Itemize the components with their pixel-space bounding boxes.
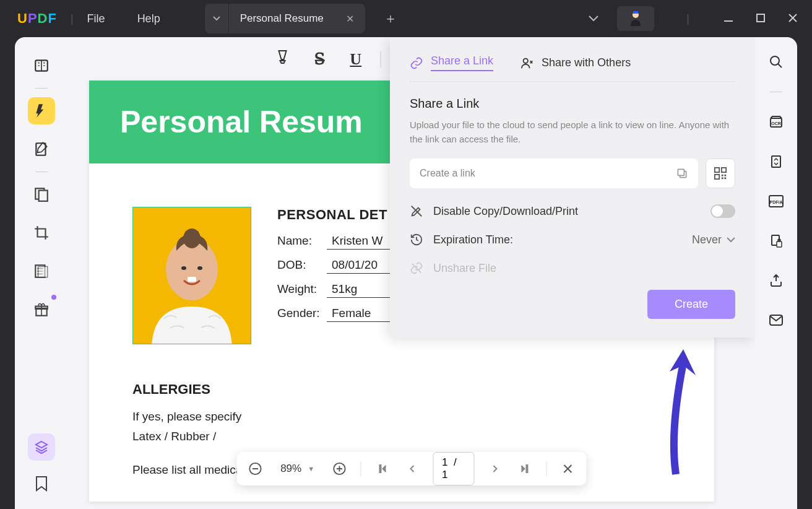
svg-rect-16 [188,277,196,282]
menu-file[interactable]: File [87,12,105,25]
divider [546,461,546,476]
share-description: Upload your file to the cloud to send pe… [410,118,735,146]
new-tab-button[interactable]: ＋ [384,9,397,28]
dob-value: 08/01/20 [327,258,395,274]
gift-tool[interactable] [28,296,55,323]
close-bar-button[interactable] [560,460,576,477]
profile-photo [132,207,251,344]
gender-label: Gender: [277,307,327,320]
gender-value: Female [327,307,395,322]
allergies-title: ALLERGIES [132,381,671,398]
tab-area: Personal Resume ✕ ＋ [205,4,397,33]
allergies-list: Latex / Rubber / [132,430,671,443]
qr-button[interactable] [706,159,735,188]
strikethrough-icon[interactable]: S̶ [314,50,326,69]
zoom-in-button[interactable] [332,460,347,477]
separator [35,88,48,89]
main-area: S̶ U T Personal Resum [15,37,797,509]
edit-tool[interactable] [28,136,55,163]
tab-title: Personal Resume [240,12,324,25]
link-input[interactable]: Create a link [410,159,698,188]
redact-tool[interactable] [28,258,55,285]
share-panel: Share a Link Share with Others Share a L… [390,37,755,337]
no-edit-icon [410,204,423,218]
tab-active[interactable]: Personal Resume ✕ [229,4,365,33]
disable-copy-toggle[interactable] [710,204,735,218]
svg-text:PDF/A: PDF/A [770,200,783,204]
pdfa-button[interactable]: PDF/A [766,191,786,211]
create-button[interactable]: Create [647,290,735,319]
expiration-label: Expiration Time: [433,233,513,246]
svg-point-14 [181,266,186,270]
crop-tool[interactable] [28,219,55,246]
prev-page-button[interactable] [404,460,419,477]
total-pages: 1 [442,469,447,481]
underline-icon[interactable]: U [350,50,361,69]
history-icon [410,233,423,246]
unshare-label: Unshare File [433,262,496,275]
unshare-row: Unshare File [410,261,735,275]
svg-rect-23 [722,175,723,176]
app-logo: UPDF [17,11,57,27]
email-button[interactable] [766,310,786,330]
disable-copy-row: Disable Copy/Download/Print [410,204,735,218]
weight-value: 51kg [327,282,395,298]
tab-list-dropdown[interactable] [205,4,228,33]
expiration-row: Expiration Time: Never [410,233,735,246]
disable-copy-label: Disable Copy/Download/Print [433,205,578,218]
svg-rect-25 [722,177,723,179]
svg-rect-22 [715,175,719,179]
close-window-button[interactable] [786,14,800,24]
current-page: 1 [442,456,447,468]
bottom-bar: 89% ▼ 1 / 1 [236,452,586,485]
protect-button[interactable] [766,231,786,251]
svg-point-13 [183,228,201,248]
comment-tool[interactable] [28,97,55,124]
account-button[interactable] [617,6,654,31]
tab-share-link[interactable]: Share a Link [410,54,493,71]
first-page-button[interactable] [375,460,391,477]
svg-rect-2 [724,20,733,22]
people-icon [520,56,534,70]
zoom-select[interactable]: 89% ▼ [280,463,314,475]
maximize-button[interactable] [754,14,767,24]
expiration-select[interactable]: Never [692,233,735,246]
last-page-button[interactable] [517,460,532,477]
svg-rect-26 [724,177,726,179]
tab-share-others[interactable]: Share with Others [520,54,631,71]
next-page-button[interactable] [488,460,504,477]
tab-close-icon[interactable]: ✕ [346,13,354,25]
highlight-icon[interactable] [276,50,290,69]
name-label: Name: [277,234,327,248]
svg-rect-9 [38,266,48,277]
separator [770,92,782,92]
export-button[interactable] [766,271,786,290]
bookmark-button[interactable] [35,476,48,494]
divider [361,461,361,476]
organize-tool[interactable] [28,181,55,208]
share-title: Share a Link [410,97,735,111]
titlebar: UPDF | File Help Personal Resume ✕ ＋ | [0,0,812,37]
page-indicator[interactable]: 1 / 1 [433,452,475,485]
minimize-button[interactable] [722,14,735,24]
copy-icon[interactable] [676,167,688,180]
search-button[interactable] [766,52,786,72]
dob-label: DOB: [277,258,327,272]
svg-text:OCR: OCR [771,121,781,126]
svg-point-29 [771,56,779,65]
zoom-out-button[interactable] [248,460,263,477]
menu-help[interactable]: Help [137,12,160,25]
avatar-icon [629,11,642,26]
layers-button[interactable] [28,433,55,461]
notification-dot [51,295,56,300]
window-dropdown[interactable] [589,13,598,24]
expiration-value: Never [692,233,722,246]
ocr-button[interactable]: OCR [766,112,786,132]
allergies-question: If yes, please specify [132,410,671,424]
convert-button[interactable] [766,152,786,172]
reader-tool[interactable] [28,52,55,79]
name-value: Kristen W [327,234,395,250]
svg-rect-21 [722,168,726,172]
share-others-label: Share with Others [542,56,631,69]
divider [380,51,381,67]
